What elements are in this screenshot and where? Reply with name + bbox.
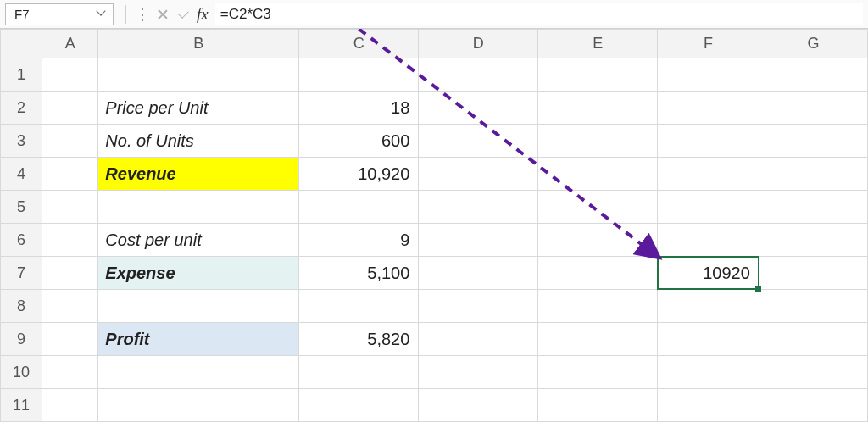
cell-f5[interactable] <box>658 191 760 224</box>
cell-e9[interactable] <box>538 323 658 356</box>
cell-a3[interactable] <box>42 125 98 158</box>
cell-g5[interactable] <box>759 191 867 224</box>
cell-g4[interactable] <box>759 158 867 191</box>
cell-f6[interactable] <box>658 224 760 257</box>
cell-a4[interactable] <box>42 158 98 191</box>
cell-g11[interactable] <box>759 389 867 422</box>
cell-c6[interactable]: 9 <box>299 224 419 257</box>
cell-a11[interactable] <box>42 389 98 422</box>
cell-g10[interactable] <box>759 356 867 389</box>
cell-b6[interactable]: Cost per unit <box>98 224 299 257</box>
row-header-10[interactable]: 10 <box>1 356 42 389</box>
cell-c5[interactable] <box>299 191 419 224</box>
row-header-9[interactable]: 9 <box>1 323 42 356</box>
spreadsheet[interactable]: A B C D E F G 1 2 Price per Unit 18 3 No… <box>0 29 868 422</box>
cell-d8[interactable] <box>419 290 538 323</box>
chevron-down-icon[interactable] <box>97 9 108 19</box>
row-header-2[interactable]: 2 <box>1 92 42 125</box>
col-header-b[interactable]: B <box>98 30 299 58</box>
cell-e11[interactable] <box>538 389 658 422</box>
cell-g7[interactable] <box>759 257 867 290</box>
col-header-a[interactable]: A <box>42 30 98 58</box>
cell-d9[interactable] <box>419 323 538 356</box>
cell-d5[interactable] <box>419 191 538 224</box>
cell-d4[interactable] <box>419 158 538 191</box>
cell-g9[interactable] <box>759 323 867 356</box>
cell-c11[interactable] <box>299 389 419 422</box>
cell-a9[interactable] <box>42 323 98 356</box>
cell-g2[interactable] <box>759 92 867 125</box>
cell-c1[interactable] <box>299 58 419 92</box>
cell-d1[interactable] <box>419 58 538 92</box>
enter-button[interactable] <box>173 4 193 25</box>
cell-c9[interactable]: 5,820 <box>299 323 419 356</box>
cell-e7[interactable] <box>538 257 658 290</box>
cell-f2[interactable] <box>658 92 760 125</box>
cell-e2[interactable] <box>538 92 658 125</box>
col-header-g[interactable]: G <box>759 30 867 58</box>
row-header-6[interactable]: 6 <box>1 224 42 257</box>
col-header-e[interactable]: E <box>538 30 658 58</box>
cell-g3[interactable] <box>759 125 867 158</box>
row-header-8[interactable]: 8 <box>1 290 42 323</box>
cell-b8[interactable] <box>98 290 299 323</box>
cell-e10[interactable] <box>538 356 658 389</box>
cell-f11[interactable] <box>658 389 760 422</box>
col-header-d[interactable]: D <box>419 30 538 58</box>
cell-d2[interactable] <box>419 92 538 125</box>
cell-a7[interactable] <box>42 257 98 290</box>
cell-c2[interactable]: 18 <box>299 92 419 125</box>
formula-input[interactable] <box>215 3 863 25</box>
cancel-button[interactable] <box>153 4 173 25</box>
col-header-f[interactable]: F <box>658 30 760 58</box>
more-icon[interactable]: ⋮ <box>131 7 153 22</box>
col-header-c[interactable]: C <box>299 30 419 58</box>
row-header-4[interactable]: 4 <box>1 158 42 191</box>
cell-b3[interactable]: No. of Units <box>98 125 299 158</box>
cell-e4[interactable] <box>538 158 658 191</box>
cell-f1[interactable] <box>658 58 760 92</box>
cell-b7[interactable]: Expense <box>98 257 299 290</box>
cell-a10[interactable] <box>42 356 98 389</box>
cell-b1[interactable] <box>98 58 299 92</box>
cell-e3[interactable] <box>538 125 658 158</box>
cell-g6[interactable] <box>759 224 867 257</box>
name-box[interactable]: F7 <box>5 3 114 25</box>
cell-e5[interactable] <box>538 191 658 224</box>
cell-d10[interactable] <box>419 356 538 389</box>
row-header-3[interactable]: 3 <box>1 125 42 158</box>
cell-b2[interactable]: Price per Unit <box>98 92 299 125</box>
cell-a1[interactable] <box>42 58 98 92</box>
cell-b9[interactable]: Profit <box>98 323 299 356</box>
cell-b5[interactable] <box>98 191 299 224</box>
cell-d6[interactable] <box>419 224 538 257</box>
cell-f7[interactable]: 10920 <box>658 257 760 290</box>
cell-a8[interactable] <box>42 290 98 323</box>
cell-g1[interactable] <box>759 58 867 92</box>
row-header-7[interactable]: 7 <box>1 257 42 290</box>
cell-f3[interactable] <box>658 125 760 158</box>
row-header-11[interactable]: 11 <box>1 389 42 422</box>
cell-c10[interactable] <box>299 356 419 389</box>
row-header-1[interactable]: 1 <box>1 58 42 92</box>
cell-d7[interactable] <box>419 257 538 290</box>
cell-c3[interactable]: 600 <box>299 125 419 158</box>
cell-f9[interactable] <box>658 323 760 356</box>
cell-b11[interactable] <box>98 389 299 422</box>
cell-e8[interactable] <box>538 290 658 323</box>
fill-handle[interactable] <box>755 286 761 292</box>
select-all-corner[interactable] <box>1 30 42 58</box>
fx-icon[interactable]: fx <box>193 5 215 24</box>
cell-a2[interactable] <box>42 92 98 125</box>
cell-a6[interactable] <box>42 224 98 257</box>
cell-f4[interactable] <box>658 158 760 191</box>
cell-a5[interactable] <box>42 191 98 224</box>
cell-f8[interactable] <box>658 290 760 323</box>
cell-b4[interactable]: Revenue <box>98 158 299 191</box>
row-header-5[interactable]: 5 <box>1 191 42 224</box>
cell-c7[interactable]: 5,100 <box>299 257 419 290</box>
cell-g8[interactable] <box>759 290 867 323</box>
cell-e6[interactable] <box>538 224 658 257</box>
cell-b10[interactable] <box>98 356 299 389</box>
cell-c4[interactable]: 10,920 <box>299 158 419 191</box>
